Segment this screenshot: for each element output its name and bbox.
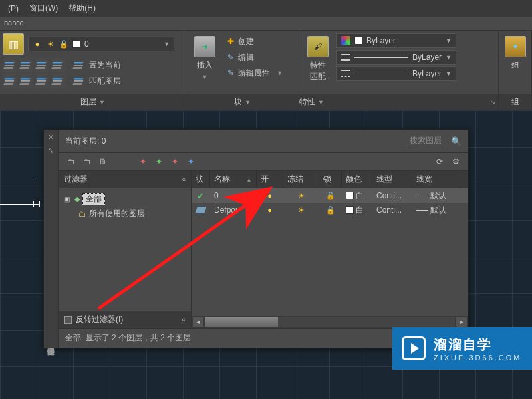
- line-sample: [354, 74, 408, 74]
- unlock-icon: 🔓: [59, 39, 68, 49]
- lineweight-dropdown[interactable]: ByLayer ▼: [336, 50, 456, 65]
- insert-button[interactable]: ➜ 插入 ▼: [189, 33, 221, 83]
- pickbox: [33, 201, 40, 207]
- delete-layer-icon[interactable]: ✦: [169, 156, 181, 168]
- set-current-button[interactable]: 置为当前: [69, 57, 125, 73]
- layer-tool-2[interactable]: [19, 58, 33, 72]
- col-status[interactable]: 状: [192, 171, 210, 188]
- tree-root[interactable]: ▣ ◆ 全部: [64, 192, 186, 207]
- col-name[interactable]: 名称▲: [210, 171, 257, 188]
- menu-window[interactable]: 窗口(W): [24, 0, 63, 17]
- edit-block-button[interactable]: ✎编辑: [223, 49, 287, 65]
- layer-tool-4[interactable]: [51, 58, 65, 72]
- layer-dropdown[interactable]: ● ☀ 🔓 0 ▼: [28, 37, 174, 51]
- horizontal-scrollbar[interactable]: ◄ ►: [192, 316, 468, 328]
- group-button[interactable]: ✦ 组: [499, 33, 531, 74]
- menu-help[interactable]: 帮助(H): [63, 0, 101, 17]
- filter-tree[interactable]: ▣ ◆ 全部 🗀 所有使用的图层: [59, 188, 191, 311]
- chevron-down-icon: ▼: [202, 74, 208, 80]
- cell-ltype[interactable]: Conti...: [372, 191, 412, 200]
- layer-tool-1[interactable]: [3, 58, 17, 72]
- layer-manager-palette: ✕ ⤡ 图层特性管理器 当前图层: 0 搜索图层 🔍 🗀 🗀 🗎 ✦ ✦ ✦ ✦…: [43, 129, 469, 348]
- panel-title-block[interactable]: 块▼: [186, 94, 299, 110]
- bulb-on-icon[interactable]: ●: [265, 205, 275, 215]
- cell-lw[interactable]: 默认: [412, 190, 460, 201]
- grid-body[interactable]: ✔ 0 ● ☀ 🔓 白 Conti... 默认 Defpoi ● ☀: [192, 188, 468, 316]
- col-lock[interactable]: 锁: [319, 171, 342, 188]
- col-color[interactable]: 颜色: [342, 171, 372, 188]
- close-icon[interactable]: ✕: [47, 132, 56, 142]
- bulb-on-icon[interactable]: ●: [265, 191, 275, 200]
- match-layer-icon: [73, 76, 85, 86]
- layer-row[interactable]: Defpoi ● ☀ 🔓 白 Conti... 默认: [192, 203, 468, 217]
- col-lw[interactable]: 线宽: [412, 171, 460, 188]
- match-layer-button[interactable]: 匹配图层: [69, 73, 125, 89]
- lineweight-icon: [341, 54, 350, 61]
- panel-title-layer[interactable]: 图层▼: [0, 94, 186, 110]
- layer-tool-3[interactable]: [35, 58, 49, 72]
- cell-color[interactable]: 白: [342, 205, 372, 216]
- tree-child-used[interactable]: 🗀 所有使用的图层: [64, 207, 186, 221]
- new-group-filter-icon[interactable]: 🗀: [81, 156, 93, 168]
- new-layer-frozen-icon[interactable]: ✦: [153, 156, 165, 168]
- search-layer-input[interactable]: 搜索图层: [406, 134, 446, 148]
- cell-color[interactable]: 白: [342, 190, 372, 201]
- palette-toolbar: 🗀 🗀 🗎 ✦ ✦ ✦ ✦ ⟳ ⚙: [59, 152, 468, 171]
- scroll-left-icon[interactable]: ◄: [193, 317, 203, 327]
- col-ltype[interactable]: 线型: [372, 171, 412, 188]
- set-current-icon[interactable]: ✦: [185, 156, 197, 168]
- panel-title-props[interactable]: 特性▼↘: [299, 94, 498, 110]
- ribbon-panel-layer: ▥ ● ☀ 🔓 0 ▼: [0, 31, 186, 110]
- create-block-button[interactable]: ✚创建: [223, 33, 287, 49]
- cell-name[interactable]: Defpoi: [210, 205, 257, 215]
- sun-icon[interactable]: ☀: [297, 191, 306, 200]
- tree-collapse-icon[interactable]: ▣: [64, 196, 72, 203]
- layer-tool-5[interactable]: [3, 74, 17, 88]
- layer-tool-7[interactable]: [35, 74, 49, 88]
- layer-properties-icon[interactable]: ▥: [3, 33, 24, 55]
- ribbon-panel-props: 🖌 特性 匹配 ByLayer ▼ ByLayer ▼: [299, 31, 499, 110]
- unlock-icon[interactable]: 🔓: [326, 205, 335, 215]
- collapse-icon[interactable]: «: [182, 176, 186, 183]
- layer-states-icon[interactable]: 🗎: [97, 156, 109, 168]
- chevron-down-icon: ▼: [277, 70, 283, 76]
- invert-filter-row[interactable]: 反转过滤器(I) «: [59, 311, 191, 328]
- new-filter-icon[interactable]: 🗀: [65, 156, 77, 168]
- scroll-track[interactable]: [205, 317, 455, 327]
- layer-tool-6[interactable]: [19, 74, 33, 88]
- linetype-icon: [341, 70, 350, 77]
- collapse-icon[interactable]: «: [182, 316, 186, 323]
- col-on[interactable]: 开: [257, 171, 283, 188]
- badge-subtitle: ZIXUE.3D66.COM: [434, 354, 521, 362]
- panel-title-group[interactable]: 组: [499, 94, 531, 110]
- crosshair-v: [37, 180, 37, 219]
- scroll-thumb[interactable]: [205, 317, 278, 327]
- palette-titlebar[interactable]: ✕ ⤡ 图层特性管理器: [44, 130, 59, 348]
- color-dropdown[interactable]: ByLayer ▼: [336, 33, 456, 48]
- invert-checkbox[interactable]: [64, 316, 72, 324]
- cell-name[interactable]: 0: [210, 191, 257, 200]
- chevron-down-icon: ▼: [446, 70, 452, 77]
- cell-lw[interactable]: 默认: [412, 205, 460, 216]
- edit-attrs-button[interactable]: ✎编辑属性▼: [223, 65, 287, 81]
- group-icon: ✦: [505, 36, 526, 57]
- tree-root-label: 全部: [82, 193, 105, 205]
- scroll-right-icon[interactable]: ►: [456, 317, 467, 327]
- layer-row[interactable]: ✔ 0 ● ☀ 🔓 白 Conti... 默认: [192, 188, 468, 203]
- new-layer-icon[interactable]: ✦: [137, 156, 149, 168]
- menu-p[interactable]: (P): [3, 1, 24, 16]
- match-props-button[interactable]: 🖌 特性 匹配: [302, 33, 334, 85]
- sun-icon[interactable]: ☀: [297, 205, 306, 215]
- color-swatch: [354, 37, 362, 45]
- pin-icon[interactable]: ⤡: [47, 146, 56, 155]
- col-freeze[interactable]: 冻结: [283, 171, 319, 188]
- layer-tool-8[interactable]: [51, 74, 65, 88]
- dialog-launcher-icon[interactable]: ↘: [490, 98, 498, 106]
- bulb-on-icon: ●: [33, 39, 42, 49]
- refresh-icon[interactable]: ⟳: [434, 156, 446, 168]
- search-icon[interactable]: 🔍: [451, 136, 462, 146]
- cell-ltype[interactable]: Conti...: [372, 205, 412, 215]
- settings-icon[interactable]: ⚙: [450, 156, 462, 168]
- linetype-dropdown[interactable]: ByLayer ▼: [336, 66, 456, 81]
- unlock-icon[interactable]: 🔓: [326, 191, 335, 200]
